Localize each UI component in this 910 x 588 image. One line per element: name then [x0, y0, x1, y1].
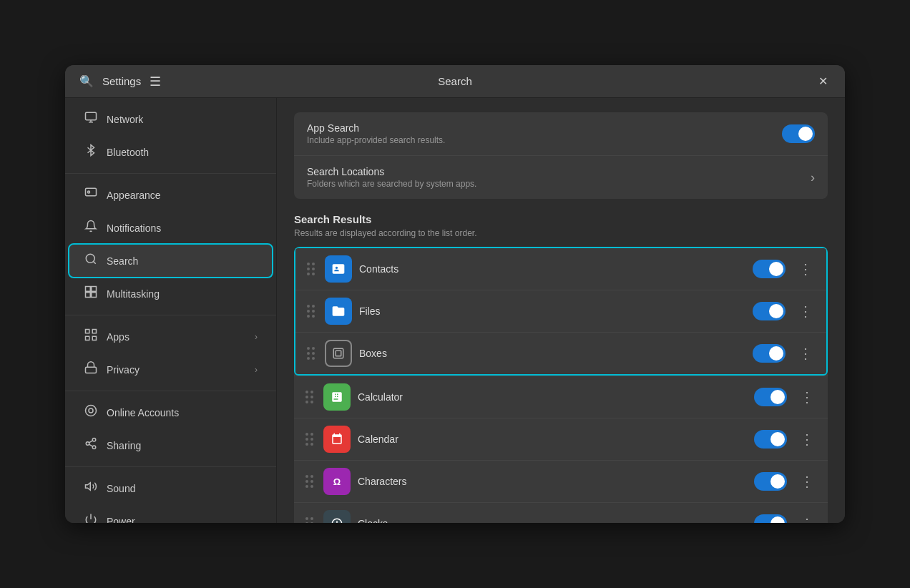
svg-point-14: [86, 406, 97, 416]
appearance-label: Appearance: [107, 190, 161, 201]
search-label: Search: [107, 255, 138, 267]
sidebar-item-network[interactable]: Network: [69, 103, 272, 135]
characters-toggle[interactable]: [754, 472, 787, 491]
result-row-boxes: Boxes ⋮: [295, 333, 826, 374]
sidebar: Network Bluetooth: [65, 98, 277, 523]
apps-label: Apps: [107, 331, 129, 343]
main-panel: App Search Include app-provided search r…: [277, 98, 845, 523]
highlighted-results-group: Contacts ⋮ Files: [294, 247, 828, 376]
files-drag-handle[interactable]: [304, 302, 318, 320]
result-row-contacts: Contacts ⋮: [295, 248, 826, 290]
contacts-more-button[interactable]: ⋮: [793, 259, 818, 279]
calendar-toggle[interactable]: [754, 430, 787, 449]
characters-app-icon: Ω: [323, 468, 351, 495]
multitasking-label: Multitasking: [107, 288, 160, 300]
privacy-icon: [84, 361, 98, 378]
search-sidebar-icon: [84, 253, 98, 269]
sidebar-item-appearance[interactable]: Appearance: [69, 179, 272, 211]
sidebar-item-online-accounts[interactable]: Online Accounts: [69, 396, 272, 428]
sidebar-item-sharing[interactable]: Sharing: [69, 429, 272, 461]
svg-rect-5: [86, 287, 91, 292]
results-section-title: Search Results: [294, 213, 828, 225]
app-title: Settings: [102, 75, 141, 87]
titlebar: 🔍 Settings ☰ Search ✕: [65, 65, 845, 98]
clocks-app-icon: [323, 510, 351, 523]
boxes-toggle[interactable]: [753, 344, 786, 363]
svg-rect-13: [86, 367, 97, 373]
svg-rect-11: [86, 336, 89, 340]
sidebar-group-accounts: Online Accounts Sharing: [65, 391, 276, 467]
titlebar-right: ✕: [619, 72, 833, 91]
contacts-toggle[interactable]: [753, 260, 786, 278]
settings-window: 🔍 Settings ☰ Search ✕ Network: [65, 65, 845, 523]
sidebar-item-sound[interactable]: Sound: [69, 472, 272, 504]
app-search-toggle[interactable]: [782, 124, 815, 143]
search-locations-text: Search Locations Folders which are searc…: [307, 166, 805, 189]
clocks-drag-handle[interactable]: [303, 514, 316, 523]
menu-button[interactable]: ☰: [147, 71, 164, 92]
sidebar-group-apps: Apps › Privacy ›: [65, 315, 276, 391]
calculator-more-button[interactable]: ⋮: [794, 387, 819, 407]
calculator-app-icon: [323, 383, 351, 411]
contacts-app-icon: [325, 255, 352, 283]
calendar-more-button[interactable]: ⋮: [794, 429, 819, 449]
apps-icon: [84, 328, 98, 345]
svg-rect-7: [86, 293, 91, 298]
svg-rect-23: [333, 348, 343, 358]
notifications-icon: [84, 220, 98, 236]
privacy-label: Privacy: [107, 364, 140, 376]
sidebar-item-search[interactable]: Search: [69, 245, 272, 277]
notifications-label: Notifications: [107, 222, 161, 234]
svg-point-2: [88, 191, 90, 193]
results-section-subtitle: Results are displayed according to the l…: [294, 228, 828, 238]
top-card: App Search Include app-provided search r…: [294, 112, 828, 199]
sidebar-item-multitasking[interactable]: Multitasking: [69, 278, 272, 310]
search-locations-chevron-icon: ›: [811, 170, 815, 185]
result-row-characters: Ω Characters ⋮: [294, 461, 828, 503]
sidebar-group-connectivity: Network Bluetooth: [65, 98, 276, 174]
svg-rect-0: [86, 112, 97, 120]
sidebar-group-personalization: Appearance Notifications: [65, 174, 276, 315]
network-icon: [84, 111, 98, 127]
search-locations-row[interactable]: Search Locations Folders which are searc…: [294, 156, 828, 199]
search-locations-title: Search Locations: [307, 166, 805, 177]
files-more-button[interactable]: ⋮: [793, 301, 818, 321]
close-button[interactable]: ✕: [813, 72, 833, 91]
files-toggle[interactable]: [753, 302, 786, 320]
result-row-calendar: Calendar ⋮: [294, 418, 828, 461]
svg-marker-21: [86, 483, 91, 491]
sidebar-item-bluetooth[interactable]: Bluetooth: [69, 136, 272, 168]
bluetooth-label: Bluetooth: [107, 147, 149, 158]
characters-drag-handle[interactable]: [303, 472, 316, 491]
online-accounts-icon: [84, 404, 98, 421]
svg-point-18: [92, 446, 96, 449]
sidebar-item-privacy[interactable]: Privacy ›: [69, 353, 272, 386]
sidebar-item-notifications[interactable]: Notifications: [69, 212, 272, 244]
boxes-name: Boxes: [359, 348, 745, 359]
svg-rect-9: [86, 330, 89, 333]
sharing-label: Sharing: [107, 440, 141, 451]
characters-name: Characters: [358, 476, 747, 487]
bluetooth-icon: [84, 144, 98, 160]
sidebar-item-power[interactable]: Power: [69, 505, 272, 523]
files-name: Files: [359, 305, 745, 317]
sidebar-item-apps[interactable]: Apps ›: [69, 320, 272, 353]
clocks-more-button[interactable]: ⋮: [794, 514, 819, 523]
power-icon: [84, 513, 98, 523]
svg-line-20: [89, 441, 92, 443]
clocks-toggle[interactable]: [754, 514, 787, 523]
calculator-toggle[interactable]: [754, 388, 787, 406]
search-icon-button[interactable]: 🔍: [77, 72, 97, 91]
svg-rect-10: [92, 330, 96, 333]
content-area: Network Bluetooth: [65, 98, 845, 523]
calendar-drag-handle[interactable]: [303, 430, 316, 449]
boxes-drag-handle[interactable]: [304, 344, 318, 363]
calculator-drag-handle[interactable]: [303, 388, 316, 406]
characters-more-button[interactable]: ⋮: [794, 471, 819, 491]
apps-arrow-icon: ›: [255, 332, 258, 342]
sidebar-group-system: Sound Power: [65, 467, 276, 523]
contacts-drag-handle[interactable]: [304, 260, 318, 278]
clocks-name: Clocks: [358, 518, 747, 523]
boxes-more-button[interactable]: ⋮: [793, 343, 818, 363]
app-search-row: App Search Include app-provided search r…: [294, 112, 828, 156]
